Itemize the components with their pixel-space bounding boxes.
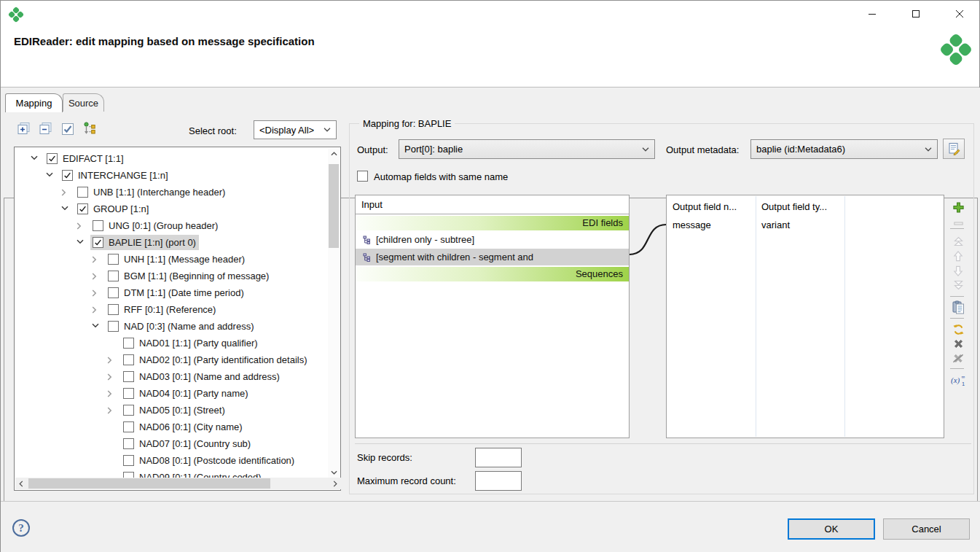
tree-checkbox[interactable] <box>123 421 134 432</box>
skip-records-input[interactable] <box>475 448 522 467</box>
tree-item[interactable]: NAD06 [0:1] (City name) <box>15 419 328 435</box>
tree-checkbox[interactable] <box>47 153 58 164</box>
input-field-row[interactable]: [children only - subtree] <box>356 231 629 248</box>
paste-mapping-button[interactable] <box>950 300 966 314</box>
close-icon[interactable] <box>947 5 972 23</box>
expander-closed-icon[interactable] <box>92 256 100 264</box>
expander-open-icon[interactable] <box>61 206 69 214</box>
expander-open-icon[interactable] <box>77 239 85 247</box>
expander-open-icon[interactable] <box>46 172 54 180</box>
tree-item-content[interactable]: NAD [0:3] (Name and address) <box>106 319 256 334</box>
cancel-all-mappings-button[interactable] <box>950 351 966 365</box>
output-dropdown[interactable]: Port[0]: baplie <box>399 139 655 159</box>
tree-item[interactable]: GROUP [1:n] <box>15 201 328 217</box>
output-field-type-cell[interactable]: variant <box>761 219 842 230</box>
tree-checkbox[interactable] <box>123 354 134 365</box>
tree-checkbox[interactable] <box>108 287 119 298</box>
expander-closed-icon[interactable] <box>92 273 100 281</box>
tree-item-content[interactable]: GROUP [1:n] <box>75 201 152 217</box>
tree-item[interactable]: NAD01 [1:1] (Party qualifier) <box>15 335 328 351</box>
tree-order-icon[interactable] <box>81 120 98 137</box>
tree-item-content[interactable]: NAD08 [0:1] (Postcode identification) <box>121 453 297 468</box>
tree-item-content[interactable]: NAD01 [1:1] (Party qualifier) <box>121 335 261 351</box>
tree-checkbox[interactable] <box>62 170 73 181</box>
tree-checkbox[interactable] <box>93 220 103 231</box>
tree-item[interactable]: DTM [1:1] (Date time period) <box>15 284 328 301</box>
tree-item[interactable]: INTERCHANGE [1:n] <box>15 167 328 184</box>
tree-item[interactable]: NAD05 [0:1] (Street) <box>15 402 328 419</box>
scroll-left-icon[interactable] <box>15 478 27 489</box>
tree-item-content[interactable]: UNG [0:1] (Group header) <box>90 218 221 233</box>
tree-item-content[interactable]: NAD05 [0:1] (Street) <box>121 403 228 418</box>
tree-checkbox[interactable] <box>108 321 119 332</box>
add-field-button[interactable] <box>950 200 966 214</box>
tree-item-content[interactable]: RFF [0:1] (Reference) <box>106 302 219 317</box>
expander-closed-icon[interactable] <box>107 357 115 365</box>
tree-checkbox[interactable] <box>123 405 134 416</box>
tree-item-content[interactable]: NAD02 [0:1] (Party identification detail… <box>121 352 310 368</box>
edit-metadata-button[interactable] <box>943 139 965 159</box>
output-metadata-dropdown[interactable]: baplie (id:Metadata6) <box>750 139 938 159</box>
column-header-type[interactable]: Output field ty... <box>761 201 842 212</box>
tree-item[interactable]: NAD08 [0:1] (Postcode identification) <box>15 452 328 469</box>
expander-closed-icon[interactable] <box>92 306 100 314</box>
tree-checkbox[interactable] <box>123 455 134 466</box>
scroll-down-icon[interactable] <box>328 467 340 478</box>
expander-closed-icon[interactable] <box>107 407 115 415</box>
vertical-scroll-thumb[interactable] <box>329 164 339 248</box>
tree-item-content[interactable]: NAD07 [0:1] (Country sub) <box>121 436 254 451</box>
horizontal-scroll-thumb[interactable] <box>28 478 270 489</box>
tree-vertical-scrollbar[interactable] <box>328 148 340 478</box>
ok-button[interactable]: OK <box>788 518 875 540</box>
tree-item-content[interactable]: EDIFACT [1:1] <box>44 151 127 166</box>
maximize-icon[interactable] <box>903 5 928 23</box>
cancel-mapping-button[interactable] <box>950 336 966 351</box>
tree-checkbox[interactable] <box>108 271 119 281</box>
scroll-right-icon[interactable] <box>329 478 341 489</box>
tree-item[interactable]: RFF [0:1] (Reference) <box>15 301 328 318</box>
column-divider[interactable] <box>844 196 845 437</box>
tree-checkbox[interactable] <box>123 438 134 449</box>
help-button[interactable]: ? <box>12 519 30 537</box>
minimize-icon[interactable] <box>860 5 885 23</box>
tree-checkbox[interactable] <box>123 338 134 349</box>
tree-item[interactable]: UNH [1:1] (Message header) <box>15 251 328 268</box>
tree-item-content[interactable]: INTERCHANGE [1:n] <box>60 168 171 183</box>
expander-closed-icon[interactable] <box>77 222 85 230</box>
expander-closed-icon[interactable] <box>107 390 115 398</box>
automap-checkbox[interactable] <box>357 171 368 182</box>
tree-item-content[interactable]: UNB [1:1] (Interchange header) <box>75 184 228 200</box>
tree-item[interactable]: UNG [0:1] (Group header) <box>15 217 328 234</box>
tree-item-content[interactable]: UNH [1:1] (Message header) <box>106 252 248 267</box>
occurrences-button[interactable]: (x)∞1 <box>950 373 966 387</box>
tree-item[interactable]: NAD04 [0:1] (Party name) <box>15 385 328 402</box>
tree-item[interactable]: UNB [1:1] (Interchange header) <box>15 184 328 201</box>
tree-item-content[interactable]: NAD04 [0:1] (Party name) <box>121 386 251 401</box>
tree-item[interactable]: BGM [1:1] (Beginning of message) <box>15 268 328 284</box>
select-root-dropdown[interactable]: <Display All> <box>254 120 337 139</box>
expand-all-icon[interactable] <box>15 120 33 137</box>
max-record-count-input[interactable] <box>475 471 522 491</box>
expander-open-icon[interactable] <box>92 323 100 331</box>
tree-item[interactable]: NAD03 [0:1] (Name and address) <box>15 368 328 385</box>
check-all-icon[interactable] <box>59 120 77 137</box>
tree-checkbox[interactable] <box>93 237 103 248</box>
refresh-mapping-button[interactable] <box>950 322 966 337</box>
tree-item-content[interactable]: NAD03 [0:1] (Name and address) <box>121 369 283 384</box>
tree-item-selected[interactable]: BAPLIE [1:n] (port 0) <box>90 235 199 250</box>
tree-item[interactable]: BAPLIE [1:n] (port 0) <box>15 234 328 251</box>
tab-source[interactable]: Source <box>63 93 104 112</box>
tree-item[interactable]: NAD [0:3] (Name and address) <box>15 318 328 335</box>
tree-item-content[interactable]: NAD06 [0:1] (City name) <box>121 419 246 435</box>
tree-item[interactable]: EDIFACT [1:1] <box>15 150 328 167</box>
tree-checkbox[interactable] <box>108 304 119 315</box>
tab-mapping[interactable]: Mapping <box>5 93 63 112</box>
tree-checkbox[interactable] <box>108 254 119 265</box>
column-divider[interactable] <box>756 196 756 437</box>
expander-closed-icon[interactable] <box>107 373 115 381</box>
tree-item-content[interactable]: DTM [1:1] (Date time period) <box>106 285 247 300</box>
expander-closed-icon[interactable] <box>61 189 69 197</box>
tree-checkbox[interactable] <box>77 203 88 214</box>
tree-checkbox[interactable] <box>123 388 134 399</box>
expander-closed-icon[interactable] <box>92 289 100 298</box>
